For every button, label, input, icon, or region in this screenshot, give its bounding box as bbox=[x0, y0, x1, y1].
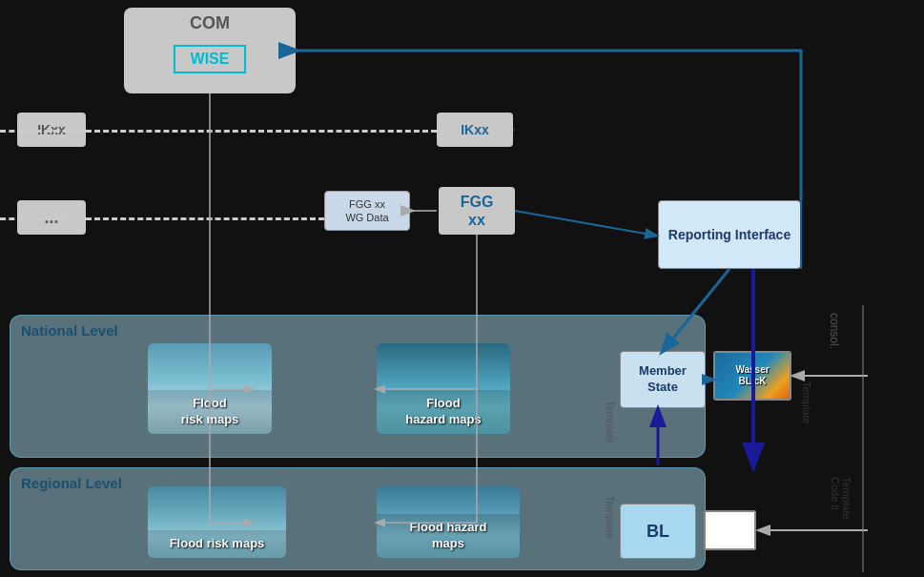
national-level-label: National Level bbox=[21, 322, 118, 339]
template-regional: Template bbox=[605, 496, 616, 539]
fgg-xx-box: FGGxx bbox=[439, 187, 515, 235]
diagram-container: COM WISE IKxx IKxx ... FGG xxWG Data FGG… bbox=[0, 0, 924, 577]
regional-risk-label: Flood risk maps bbox=[148, 530, 286, 558]
bl-box: BL bbox=[620, 504, 696, 559]
dashed-line-ikxx-left bbox=[0, 130, 86, 133]
bl-label: BL bbox=[647, 522, 669, 542]
national-flood-hazard-map: Floodhazard maps bbox=[377, 343, 510, 434]
com-box: COM WISE bbox=[124, 8, 296, 93]
wise-box: WISE bbox=[174, 45, 247, 73]
consol-text-container: consol. bbox=[806, 305, 863, 496]
bl-sub-box bbox=[704, 510, 756, 550]
regional-level-label: Regional Level bbox=[21, 475, 122, 491]
wasserblick-label: WasserBLIcK bbox=[735, 364, 769, 387]
national-flood-risk-map: Floodrisk maps bbox=[148, 343, 272, 434]
template-national: Template bbox=[605, 401, 616, 443]
consol-label: consol. bbox=[828, 313, 841, 349]
national-hazard-label: Floodhazard maps bbox=[377, 390, 510, 434]
national-risk-label: Floodrisk maps bbox=[148, 390, 272, 434]
com-label: COM bbox=[190, 13, 230, 33]
dashed-line-ikxx bbox=[86, 130, 437, 133]
fgg-wg-box: FGG xxWG Data bbox=[324, 191, 410, 231]
dashed-line-fgg-mid bbox=[86, 217, 324, 220]
regional-flood-risk-map: Flood risk maps bbox=[148, 486, 286, 558]
dashed-line-fgg-left bbox=[0, 217, 86, 220]
svg-line-0 bbox=[515, 211, 656, 236]
regional-flood-hazard-map: Flood hazardmaps bbox=[377, 486, 520, 558]
member-state-box: MemberState bbox=[620, 351, 706, 408]
wise-label: WISE bbox=[191, 51, 230, 67]
regional-hazard-label: Flood hazardmaps bbox=[377, 514, 520, 558]
reporting-interface-box: Reporting Interface bbox=[658, 200, 801, 269]
reporting-interface-label: Reporting Interface bbox=[668, 226, 791, 243]
ikxx-right-box: IKxx bbox=[437, 113, 513, 147]
wasserblick-box: WasserBLIcK bbox=[713, 351, 791, 401]
